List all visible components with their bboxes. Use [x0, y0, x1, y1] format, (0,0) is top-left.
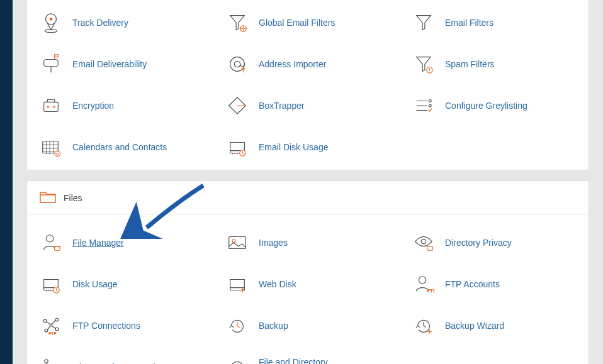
image-icon	[226, 231, 249, 254]
eye-folder-icon	[412, 231, 435, 254]
pin-icon	[40, 11, 62, 34]
disk-usage-link[interactable]: Disk Usage	[72, 279, 118, 289]
item-web-disk[interactable]: Web Disk	[217, 273, 398, 295]
funnel-icon	[412, 11, 435, 34]
spam-filters-link[interactable]: Spam Filters	[445, 59, 495, 69]
disk-clock-icon	[226, 136, 249, 158]
configure-greylisting-link[interactable]: Configure Greylisting	[445, 101, 527, 111]
address-importer-link[interactable]: Address Importer	[259, 59, 326, 69]
git-icon	[40, 356, 62, 364]
item-calendars-contacts[interactable]: @ Calendars and Contacts	[31, 136, 212, 158]
email-disk-usage-link[interactable]: Email Disk Usage	[259, 142, 328, 152]
list-check-icon	[412, 94, 435, 117]
item-git-version-control[interactable]: Git™ Version Control	[31, 356, 212, 364]
disk-clock-icon	[40, 273, 62, 295]
diamond-icon	[226, 94, 249, 117]
svg-point-1	[50, 18, 53, 21]
backup-link[interactable]: Backup	[259, 321, 288, 331]
item-file-manager[interactable]: File Manager	[31, 231, 212, 254]
svg-rect-4	[44, 59, 59, 66]
sidebar-nav	[0, 0, 13, 364]
item-email-filters[interactable]: Email Filters	[403, 11, 585, 34]
svg-point-24	[419, 277, 425, 284]
boxtrapper-link[interactable]: BoxTrapper	[259, 101, 305, 111]
svg-rect-8	[44, 102, 59, 111]
item-track-delivery[interactable]: Track Delivery	[31, 11, 212, 34]
calendars-contacts-link[interactable]: Calendars and Contacts	[72, 142, 167, 152]
svg-point-32	[45, 360, 48, 363]
user-ftp-icon: FTP	[412, 273, 435, 295]
svg-text:FTP: FTP	[427, 288, 434, 294]
funnel-globe-icon	[226, 11, 249, 34]
item-email-deliverability[interactable]: Email Deliverability	[31, 53, 212, 75]
clock-arrow-icon	[226, 314, 249, 337]
files-panel-header: Files	[27, 181, 589, 215]
item-encryption[interactable]: Encryption	[31, 94, 212, 117]
item-spam-filters[interactable]: Spam Filters	[403, 53, 585, 75]
ftp-accounts-link[interactable]: FTP Accounts	[445, 279, 500, 289]
briefcase-icon	[40, 94, 62, 117]
svg-point-11	[429, 100, 432, 102]
email-panel: Track Delivery Global Email Filters	[26, 0, 589, 170]
file-manager-link[interactable]: File Manager	[72, 238, 124, 248]
user-folder-icon	[40, 231, 62, 254]
clock-restore-icon	[226, 356, 249, 364]
svg-point-6	[234, 61, 240, 67]
item-directory-privacy[interactable]: Directory Privacy	[403, 231, 585, 254]
svg-point-28	[45, 329, 48, 332]
track-delivery-link[interactable]: Track Delivery	[72, 18, 128, 28]
at-up-icon	[226, 53, 249, 75]
item-email-disk-usage[interactable]: Email Disk Usage	[217, 136, 398, 158]
svg-point-29	[55, 328, 59, 331]
item-file-directory-restoration[interactable]: File and Directory Restoration	[217, 356, 398, 364]
global-email-filters-link[interactable]: Global Email Filters	[259, 18, 335, 28]
email-filters-link[interactable]: Email Filters	[445, 18, 493, 28]
disk-arrow-icon	[226, 273, 249, 295]
svg-point-27	[55, 318, 59, 321]
svg-rect-22	[427, 246, 433, 251]
item-global-email-filters[interactable]: Global Email Filters	[217, 11, 398, 34]
item-address-importer[interactable]: Address Importer	[217, 53, 398, 75]
svg-point-12	[429, 104, 432, 107]
clock-sparkle-icon	[412, 314, 435, 337]
backup-wizard-link[interactable]: Backup Wizard	[445, 321, 504, 331]
item-backup[interactable]: Backup	[217, 314, 398, 337]
email-deliverability-link[interactable]: Email Deliverability	[72, 59, 147, 69]
svg-point-10	[53, 106, 55, 108]
svg-point-20	[232, 240, 235, 243]
mailbox-icon	[40, 53, 62, 75]
email-grid: Track Delivery Global Email Filters	[31, 11, 585, 158]
item-configure-greylisting[interactable]: Configure Greylisting	[403, 94, 585, 117]
ftp-connections-link[interactable]: FTP Connections	[72, 321, 140, 331]
item-disk-usage[interactable]: Disk Usage	[31, 273, 212, 295]
network-ftp-icon: FTP	[40, 314, 62, 337]
file-directory-restoration-link[interactable]: File and Directory Restoration	[259, 357, 353, 364]
files-panel: Files File Manager	[26, 180, 589, 364]
item-ftp-connections[interactable]: FTP FTP Connections	[31, 314, 212, 337]
svg-point-21	[421, 239, 426, 244]
svg-text:@: @	[56, 152, 60, 156]
svg-point-9	[47, 106, 49, 108]
directory-privacy-link[interactable]: Directory Privacy	[445, 238, 512, 248]
files-title: Files	[64, 193, 82, 203]
funnel-alert-icon	[412, 53, 435, 75]
svg-point-26	[43, 319, 47, 323]
encryption-link[interactable]: Encryption	[72, 101, 114, 111]
item-images[interactable]: Images	[217, 231, 398, 254]
item-ftp-accounts[interactable]: FTP FTP Accounts	[403, 273, 585, 295]
item-backup-wizard[interactable]: Backup Wizard	[403, 314, 585, 337]
svg-point-17	[46, 235, 53, 242]
files-grid: File Manager Images	[31, 231, 585, 364]
item-boxtrapper[interactable]: BoxTrapper	[217, 94, 398, 117]
images-link[interactable]: Images	[259, 238, 288, 248]
svg-rect-19	[229, 237, 245, 249]
folder-icon	[40, 190, 56, 206]
calendar-at-icon: @	[40, 136, 62, 158]
web-disk-link[interactable]: Web Disk	[259, 279, 296, 289]
svg-text:FTP: FTP	[48, 331, 57, 336]
